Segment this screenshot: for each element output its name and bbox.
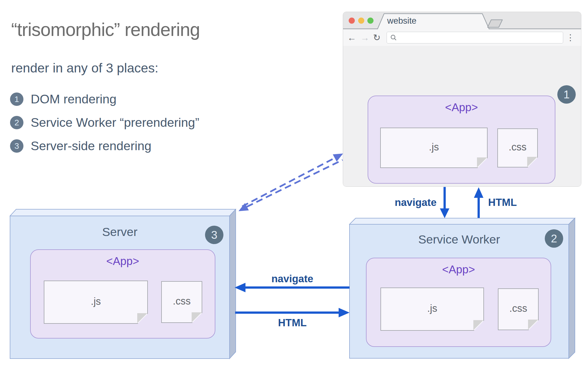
page-fold: [473, 320, 483, 330]
page-fold: [528, 320, 538, 330]
forward-button[interactable]: →: [359, 31, 370, 44]
step-badge-3: 3: [205, 226, 223, 244]
js-file-label: .js: [44, 295, 147, 307]
browser-window: website ← → ↻ ⋮ 1 <App> .js: [343, 12, 581, 187]
minimize-window-icon[interactable]: [358, 18, 364, 24]
js-file-icon: .js: [380, 128, 488, 168]
server-app-box: <App> .js .css: [30, 249, 215, 339]
page-fold: [527, 157, 537, 167]
reload-button[interactable]: ↻: [371, 31, 382, 44]
css-file-label: .css: [162, 295, 202, 307]
browser-tab-bar: website: [343, 12, 581, 29]
page-fold: [477, 157, 487, 167]
css-file-label: .css: [498, 141, 537, 153]
css-file-label: .css: [498, 303, 538, 314]
css-file-icon: .css: [161, 281, 202, 323]
maximize-window-icon[interactable]: [367, 18, 373, 24]
service-worker-app-box: <App> .js .css: [366, 258, 551, 347]
navigate-down-label: navigate: [358, 197, 437, 208]
js-file-icon: .js: [44, 281, 148, 324]
diagram-canvas: “trisomorphic” rendering render in any o…: [0, 0, 588, 370]
server-title: Server: [10, 225, 230, 239]
browser-app-box: <App> .js .css: [368, 96, 555, 184]
app-label: <App>: [368, 101, 555, 114]
app-label: <App>: [31, 255, 215, 267]
back-button[interactable]: ←: [346, 31, 357, 44]
page-fold: [192, 312, 202, 322]
browser-viewport: 1 <App> .js .css: [343, 46, 581, 186]
service-worker-title: Service Worker: [350, 233, 569, 246]
url-bar[interactable]: [387, 32, 563, 43]
new-tab-button[interactable]: [488, 20, 502, 27]
js-file-label: .js: [381, 302, 483, 314]
js-file-icon: .js: [380, 288, 484, 331]
html-right-label: HTML: [250, 317, 334, 329]
step-badge-2: 2: [545, 229, 563, 248]
url-input[interactable]: [400, 33, 563, 42]
browser-tab[interactable]: website: [387, 16, 416, 26]
navigate-left-label: navigate: [250, 273, 334, 285]
tab-shapes: [343, 12, 581, 29]
html-up-label: HTML: [488, 197, 517, 208]
page-fold: [137, 313, 147, 323]
css-file-icon: .css: [498, 288, 539, 330]
browser-menu-icon[interactable]: ⋮: [566, 32, 575, 43]
css-file-icon: .css: [497, 128, 538, 167]
step-badge-1: 1: [557, 85, 576, 104]
js-file-label: .js: [381, 141, 487, 153]
search-icon: [387, 34, 400, 41]
browser-toolbar: ← → ↻ ⋮: [343, 29, 581, 46]
app-label: <App>: [367, 263, 551, 276]
close-window-icon[interactable]: [349, 18, 355, 24]
